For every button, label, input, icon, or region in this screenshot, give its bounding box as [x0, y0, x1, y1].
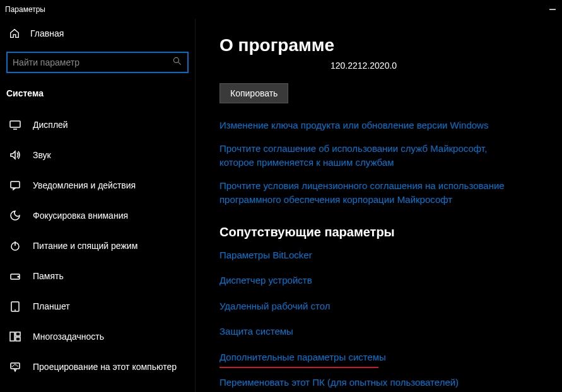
window-title: Параметры	[5, 5, 45, 14]
home-icon	[9, 28, 20, 39]
sidebar-item-sound[interactable]: Звук	[0, 140, 195, 170]
page-title: О программе	[220, 35, 562, 55]
titlebar: Параметры	[0, 0, 562, 19]
sidebar-item-notifications[interactable]: Уведомления и действия	[0, 170, 195, 200]
sidebar-item-label: Многозадачность	[33, 331, 104, 342]
sidebar-item-multitasking[interactable]: Многозадачность	[0, 321, 195, 352]
link-license-terms[interactable]: Прочтите условия лицензионного соглашени…	[220, 179, 522, 207]
sidebar-item-label: Уведомления и действия	[33, 180, 136, 190]
sidebar-item-home[interactable]: Главная	[0, 19, 195, 48]
svg-point-9	[18, 276, 19, 277]
sidebar-item-projecting[interactable]: Проецирование на этот компьютер	[0, 352, 195, 382]
sidebar: Главная Система Дисплей Звук	[0, 19, 196, 392]
sidebar-item-label: Проецирование на этот компьютер	[33, 362, 177, 372]
section-label: Система	[0, 82, 195, 110]
sidebar-item-label: Питание и спящий режим	[33, 241, 138, 251]
content-area: О программе 120.2212.2020.0 Копировать И…	[196, 19, 562, 392]
search-box[interactable]	[6, 52, 189, 73]
sidebar-item-label: Память	[33, 271, 64, 281]
link-advanced-system-settings[interactable]: Дополнительные параметры системы	[220, 350, 386, 365]
link-rename-pc[interactable]: Переименовать этот ПК (для опытных польз…	[220, 376, 459, 390]
sidebar-item-label: Планшет	[33, 301, 70, 311]
focus-icon	[9, 209, 21, 222]
svg-rect-14	[16, 337, 20, 341]
version-text: 120.2212.2020.0	[331, 61, 562, 71]
search-input[interactable]	[13, 57, 172, 67]
svg-point-1	[173, 57, 179, 62]
home-label: Главная	[30, 28, 64, 38]
sidebar-item-display[interactable]: Дисплей	[0, 110, 195, 140]
notifications-icon	[9, 179, 21, 192]
svg-rect-13	[16, 332, 20, 336]
sidebar-item-label: Фокусировка внимания	[33, 210, 128, 221]
link-device-manager[interactable]: Диспетчер устройств	[220, 274, 312, 288]
display-icon	[9, 118, 21, 131]
link-product-key[interactable]: Изменение ключа продукта или обновление …	[220, 118, 488, 133]
tablet-icon	[9, 300, 21, 313]
sidebar-item-label: Дисплей	[33, 120, 68, 130]
sound-icon	[9, 149, 21, 161]
svg-rect-3	[10, 121, 20, 127]
related-heading: Сопутствующие параметры	[220, 225, 562, 239]
link-remote-desktop[interactable]: Удаленный рабочий стол	[220, 299, 330, 314]
sidebar-item-power[interactable]: Питание и спящий режим	[0, 231, 195, 261]
power-icon	[9, 239, 21, 252]
projecting-icon	[9, 360, 21, 373]
link-services-agreement[interactable]: Прочтите соглашение об использовании слу…	[220, 142, 522, 170]
sidebar-item-label: Звук	[33, 150, 51, 160]
link-system-protection[interactable]: Защита системы	[220, 325, 293, 339]
link-bitlocker[interactable]: Параметры BitLocker	[220, 248, 312, 263]
svg-line-2	[179, 62, 181, 65]
window-controls	[548, 5, 557, 14]
svg-rect-5	[11, 182, 20, 188]
minimize-button[interactable]	[548, 5, 557, 14]
sidebar-item-focus[interactable]: Фокусировка внимания	[0, 200, 195, 231]
sidebar-item-storage[interactable]: Память	[0, 261, 195, 291]
copy-button[interactable]: Копировать	[220, 83, 288, 103]
sidebar-item-tablet[interactable]: Планшет	[0, 291, 195, 321]
multitasking-icon	[9, 330, 21, 343]
svg-rect-12	[10, 332, 15, 341]
storage-icon	[9, 270, 21, 282]
search-icon	[172, 56, 182, 69]
nav-list: Дисплей Звук Уведомления и действия Фоку…	[0, 110, 195, 382]
